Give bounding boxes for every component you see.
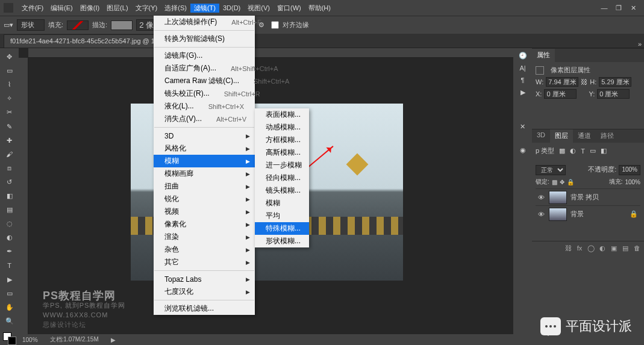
delete-layer-icon[interactable]: 🗑 bbox=[632, 243, 642, 253]
layer-name[interactable]: 背景 拷贝 bbox=[571, 193, 599, 202]
align-edges-checkbox[interactable] bbox=[271, 21, 279, 29]
window-close[interactable]: ✕ bbox=[626, 3, 640, 13]
move-tool-icon[interactable]: ✥ bbox=[2, 51, 17, 63]
height-input[interactable] bbox=[599, 77, 631, 87]
type-tool-icon[interactable]: T bbox=[2, 259, 17, 272]
properties-tab[interactable]: 属性 bbox=[532, 49, 555, 62]
ruler-vertical[interactable] bbox=[19, 58, 28, 345]
link-wh-icon[interactable]: ⛓ bbox=[581, 78, 587, 85]
layer-thumbnail[interactable] bbox=[549, 191, 567, 204]
x-input[interactable] bbox=[544, 89, 577, 99]
blur-submenu-item[interactable]: 形状模糊... bbox=[255, 235, 309, 247]
blur-submenu-item[interactable]: 镜头模糊... bbox=[255, 184, 309, 197]
blur-submenu-item[interactable]: 径向模糊... bbox=[255, 172, 309, 184]
menu-edit[interactable]: 编辑(E) bbox=[47, 4, 77, 13]
filter-smart-icon[interactable]: ◧ bbox=[601, 147, 607, 155]
filter-menu-item[interactable]: 自适应广角(A)...Alt+Shift+Ctrl+A bbox=[154, 62, 255, 75]
color-swatches[interactable] bbox=[3, 332, 16, 345]
blur-submenu-item[interactable]: 方框模糊... bbox=[255, 134, 309, 146]
brush-tool-icon[interactable]: 🖌 bbox=[2, 148, 17, 161]
layer-thumbnail[interactable] bbox=[549, 208, 567, 221]
shape-tool-icon[interactable]: ▭ bbox=[2, 287, 17, 300]
healing-tool-icon[interactable]: ✚ bbox=[2, 134, 17, 147]
menu-filter[interactable]: 滤镜(T) bbox=[190, 4, 219, 13]
tab-layers[interactable]: 图层 bbox=[550, 129, 573, 143]
tabs-flyout-icon[interactable]: » bbox=[638, 40, 642, 48]
filter-menu-item[interactable]: 模糊 bbox=[154, 155, 255, 167]
filter-menu-item[interactable]: 渲染 bbox=[154, 231, 255, 243]
layer-item[interactable]: 👁 背景 拷贝 bbox=[536, 188, 640, 205]
menu-type[interactable]: 文字(Y) bbox=[132, 4, 161, 13]
filter-menu-item[interactable]: Camera Raw 滤镜(C)...Shift+Ctrl+A bbox=[154, 75, 255, 87]
blur-submenu-item[interactable]: 表面模糊... bbox=[255, 108, 309, 121]
window-restore[interactable]: ❐ bbox=[611, 3, 626, 13]
background-color[interactable] bbox=[8, 337, 16, 345]
path-select-icon[interactable]: ▶ bbox=[2, 273, 17, 286]
filter-menu-item[interactable]: 消失点(V)...Alt+Ctrl+V bbox=[154, 113, 255, 125]
filter-menu-item[interactable]: 滤镜库(G)... bbox=[154, 49, 255, 62]
actions-panel-icon[interactable]: ▶ bbox=[521, 89, 525, 96]
layer-filter-dropdown[interactable]: p 类型 bbox=[536, 146, 554, 155]
blur-submenu-item[interactable]: 动感模糊... bbox=[255, 121, 309, 134]
gradient-tool-icon[interactable]: ▤ bbox=[2, 204, 17, 216]
filter-menu-item[interactable]: 扭曲 bbox=[154, 180, 255, 193]
filter-menu-item[interactable]: 转换为智能滤镜(S) bbox=[154, 33, 255, 45]
fill-opacity-value[interactable]: 100% bbox=[625, 179, 640, 185]
blur-submenu-item[interactable]: 平均 bbox=[255, 210, 309, 222]
filter-menu-item[interactable]: 3D bbox=[154, 129, 255, 142]
stroke-swatch[interactable] bbox=[111, 20, 133, 30]
menu-view[interactable]: 视图(V) bbox=[244, 4, 274, 13]
blend-mode-select[interactable]: 正常 bbox=[536, 165, 566, 175]
filter-pixel-icon[interactable]: ▩ bbox=[559, 147, 565, 155]
menu-window[interactable]: 窗口(W) bbox=[274, 4, 305, 13]
tool-preset-icon[interactable]: ▭▾ bbox=[4, 21, 13, 29]
layer-name[interactable]: 背景 bbox=[571, 210, 584, 219]
new-layer-icon[interactable]: ▤ bbox=[621, 243, 630, 253]
layer-item[interactable]: 👁 背景 🔒 bbox=[536, 205, 640, 222]
filter-menu-item[interactable]: 像素化 bbox=[154, 218, 255, 231]
tab-paths[interactable]: 路径 bbox=[596, 129, 619, 143]
window-minimize[interactable]: — bbox=[597, 3, 611, 13]
filter-adjust-icon[interactable]: ◐ bbox=[570, 147, 576, 155]
fill-swatch[interactable] bbox=[67, 20, 89, 30]
filter-menu-item[interactable]: 七度汉化 bbox=[154, 285, 255, 298]
blur-submenu-item[interactable]: 模糊 bbox=[255, 197, 309, 210]
filter-menu-item[interactable]: 浏览联机滤镜... bbox=[154, 302, 255, 315]
ruler-horizontal[interactable] bbox=[28, 48, 513, 58]
lock-all-icon[interactable]: 🔒 bbox=[567, 179, 574, 185]
lock-pixels-icon[interactable]: ▩ bbox=[552, 179, 557, 185]
eyedropper-tool-icon[interactable]: ✎ bbox=[2, 120, 17, 132]
filter-menu-item[interactable]: 模糊画廊 bbox=[154, 167, 255, 180]
filter-type-icon[interactable]: T bbox=[581, 148, 585, 155]
pen-tool-icon[interactable]: ✒ bbox=[2, 245, 17, 258]
wand-tool-icon[interactable]: ✧ bbox=[2, 92, 17, 105]
filter-menu-item[interactable]: 上次滤镜操作(F)Alt+Ctrl+F bbox=[154, 16, 255, 28]
menu-layer[interactable]: 图层(L) bbox=[103, 4, 131, 13]
filter-menu-item[interactable]: 镜头校正(R)...Shift+Ctrl+R bbox=[154, 87, 255, 100]
menu-select[interactable]: 选择(S) bbox=[161, 4, 190, 13]
eraser-tool-icon[interactable]: ◧ bbox=[2, 190, 17, 202]
layer-style-icon[interactable]: fx bbox=[575, 243, 584, 253]
lasso-tool-icon[interactable]: ⌇ bbox=[2, 78, 17, 91]
menu-help[interactable]: 帮助(H) bbox=[305, 4, 334, 13]
blur-submenu-item[interactable]: 特殊模糊... bbox=[255, 222, 309, 235]
lock-position-icon[interactable]: ✥ bbox=[560, 179, 564, 185]
new-group-icon[interactable]: ▣ bbox=[609, 243, 619, 253]
adjustments-panel-icon[interactable]: ✕ bbox=[520, 123, 525, 131]
history-panel-icon[interactable]: 🕘 bbox=[519, 52, 527, 60]
filter-menu-item[interactable]: Topaz Labs bbox=[154, 273, 255, 285]
width-input[interactable] bbox=[546, 77, 578, 87]
tab-channels[interactable]: 通道 bbox=[573, 129, 596, 143]
crop-tool-icon[interactable]: ✂ bbox=[2, 106, 17, 119]
filter-menu-item[interactable]: 锐化 bbox=[154, 193, 255, 205]
tab-3d[interactable]: 3D bbox=[532, 129, 550, 143]
visibility-icon[interactable]: 👁 bbox=[538, 211, 545, 218]
menu-file[interactable]: 文件(F) bbox=[18, 4, 47, 13]
status-flyout-icon[interactable]: ▶ bbox=[111, 337, 116, 343]
opacity-value[interactable]: 100% bbox=[619, 165, 640, 175]
character-panel-icon[interactable]: A| bbox=[519, 64, 525, 72]
layer-mask-icon[interactable]: ◯ bbox=[586, 243, 596, 253]
libraries-panel-icon[interactable]: ◉ bbox=[520, 146, 526, 154]
history-brush-icon[interactable]: ↺ bbox=[2, 176, 17, 188]
filter-menu-item[interactable]: 液化(L)...Shift+Ctrl+X bbox=[154, 100, 255, 113]
